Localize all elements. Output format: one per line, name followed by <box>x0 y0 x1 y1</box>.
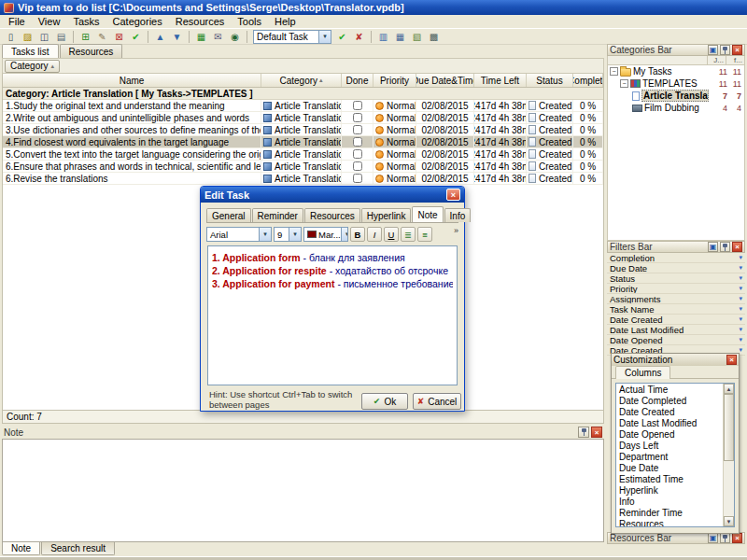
view-grid-icon[interactable]: ▥ <box>375 30 391 44</box>
categories-col-2[interactable]: f... <box>726 56 744 64</box>
close-icon[interactable] <box>732 533 742 543</box>
tree-item-templates[interactable]: TEMPLATES 11 11 <box>608 77 744 90</box>
scrollbar[interactable] <box>723 384 734 526</box>
chevron-down-icon[interactable] <box>739 305 742 313</box>
close-icon[interactable] <box>446 189 460 201</box>
list-item[interactable]: Actual Time <box>616 384 734 395</box>
filter-status[interactable]: Status <box>607 273 745 284</box>
note-editor[interactable] <box>2 439 604 542</box>
chevron-down-icon[interactable] <box>739 336 742 343</box>
tab-resources[interactable]: Resources <box>304 208 360 222</box>
list-item[interactable]: Due Date <box>616 462 734 473</box>
filter-date-opened[interactable]: Date Opened <box>607 335 745 345</box>
list-item[interactable]: Estimated Time <box>616 473 734 484</box>
italic-button[interactable]: I <box>367 227 382 242</box>
chevron-down-icon[interactable] <box>739 326 742 333</box>
tab-resources[interactable]: Resources <box>60 44 123 58</box>
tab-general[interactable]: General <box>206 208 251 222</box>
close-icon[interactable] <box>732 242 742 252</box>
tab-note[interactable]: Note <box>2 542 40 555</box>
tab-search-result[interactable]: Search result <box>41 542 115 555</box>
done-checkbox[interactable] <box>353 125 362 134</box>
bullet-list-button[interactable]: ≣ <box>401 227 416 242</box>
chevron-down-icon[interactable] <box>739 315 742 323</box>
filter-date-last-modified[interactable]: Date Last Modified <box>607 325 745 335</box>
filter-task-name[interactable]: Task Name <box>607 304 745 315</box>
category-group-row[interactable]: Category: Article Translation [ My Tasks… <box>3 88 603 100</box>
font-color-combo[interactable]: Mar... <box>303 227 348 242</box>
tab-note[interactable]: Note <box>412 206 443 222</box>
table-row[interactable]: 6.Ensure that phrases and words in techn… <box>3 161 603 173</box>
chevron-down-icon[interactable] <box>739 254 742 261</box>
menu-resources[interactable]: Resources <box>169 15 232 28</box>
column-due-date[interactable]: Due Date&Time <box>416 74 474 87</box>
chevron-down-icon[interactable] <box>341 228 348 241</box>
category-group-button[interactable]: Category <box>5 60 60 73</box>
column-complete[interactable]: Complete <box>573 74 603 87</box>
chevron-down-icon[interactable] <box>289 228 301 241</box>
list-item[interactable]: Date Completed <box>616 395 734 406</box>
chevron-down-icon[interactable] <box>739 295 742 302</box>
dialog-title-bar[interactable]: Edit Task <box>201 187 464 203</box>
save-list-icon[interactable]: ◫ <box>36 30 52 44</box>
table-row-selected[interactable]: 4.Find closest word equivalents in the t… <box>3 136 603 148</box>
view-columns-icon[interactable]: ▦ <box>392 30 408 44</box>
chevron-down-icon[interactable] <box>739 346 742 354</box>
export-excel-icon[interactable]: ▦ <box>193 30 209 44</box>
table-row[interactable]: 2.Write out ambiguous and unintelligible… <box>3 112 603 124</box>
done-checkbox[interactable] <box>353 174 362 183</box>
filter-due-date[interactable]: Due Date <box>607 263 745 273</box>
pin-icon[interactable] <box>720 533 730 543</box>
open-list-icon[interactable]: ▨ <box>20 30 35 44</box>
menu-tasks[interactable]: Tasks <box>66 15 106 28</box>
menu-view[interactable]: View <box>32 15 67 28</box>
pin-icon[interactable] <box>578 427 589 438</box>
column-category[interactable]: Category <box>261 74 342 87</box>
list-item[interactable]: Reminder Time <box>616 507 734 518</box>
font-size-combo[interactable]: 9 <box>274 227 302 242</box>
categories-col-1[interactable]: J... <box>707 56 726 64</box>
filter-assignments[interactable]: Assignments <box>607 294 745 304</box>
done-checkbox[interactable] <box>353 161 362 171</box>
clear-task-type-icon[interactable]: ✘ <box>351 30 367 44</box>
menu-help[interactable]: Help <box>268 15 303 28</box>
filter-date-created[interactable]: Date Created <box>607 315 745 325</box>
filter-priority[interactable]: Priority <box>607 284 745 294</box>
scroll-thumb[interactable] <box>724 394 734 461</box>
scroll-up-icon[interactable] <box>724 384 734 394</box>
scroll-down-icon[interactable] <box>724 516 734 526</box>
column-done[interactable]: Done <box>342 74 374 87</box>
column-name[interactable]: Name <box>3 74 261 87</box>
group-by-icon[interactable]: ▧ <box>409 30 425 44</box>
pin-icon[interactable] <box>720 45 730 55</box>
print-icon[interactable]: ▤ <box>53 30 69 44</box>
tree-item-article-translation[interactable]: Article Translation 7 7 <box>608 90 744 102</box>
chevron-down-icon[interactable] <box>739 264 742 272</box>
done-checkbox[interactable] <box>353 149 362 159</box>
table-row[interactable]: 1.Study the original text and understand… <box>3 100 603 112</box>
menu-categories[interactable]: Categories <box>106 15 169 28</box>
done-checkbox[interactable] <box>353 113 362 122</box>
numbered-list-button[interactable]: ≡ <box>417 227 432 242</box>
maximize-panel-icon[interactable] <box>708 242 718 252</box>
default-task-combo[interactable]: Default Task <box>253 30 331 44</box>
column-time-left[interactable]: Time Left <box>474 74 527 87</box>
chevron-down-icon[interactable] <box>318 31 331 43</box>
customize-view-icon[interactable]: ▩ <box>426 30 442 44</box>
collapse-icon[interactable] <box>620 79 628 88</box>
tab-tasks-list[interactable]: Tasks list <box>2 44 59 58</box>
tab-info[interactable]: Info <box>444 208 472 222</box>
list-item[interactable]: Date Opened <box>616 428 734 440</box>
move-down-icon[interactable]: ▼ <box>169 30 185 44</box>
cancel-button[interactable]: Cancel <box>413 393 461 410</box>
list-item[interactable]: Info <box>616 496 734 507</box>
edit-task-icon[interactable]: ✎ <box>94 30 110 44</box>
send-email-icon[interactable]: ✉ <box>210 30 226 44</box>
new-list-icon[interactable]: ▯ <box>3 30 19 44</box>
list-item[interactable]: Hyperlink <box>616 484 734 496</box>
tree-item-my-tasks[interactable]: My Tasks 11 11 <box>608 65 744 77</box>
note-text-editor[interactable]: 1. Application form - бланк для заявлени… <box>207 245 458 385</box>
pin-icon[interactable] <box>720 242 730 252</box>
delete-task-icon[interactable]: ⊠ <box>111 30 127 44</box>
close-icon[interactable] <box>726 355 737 365</box>
